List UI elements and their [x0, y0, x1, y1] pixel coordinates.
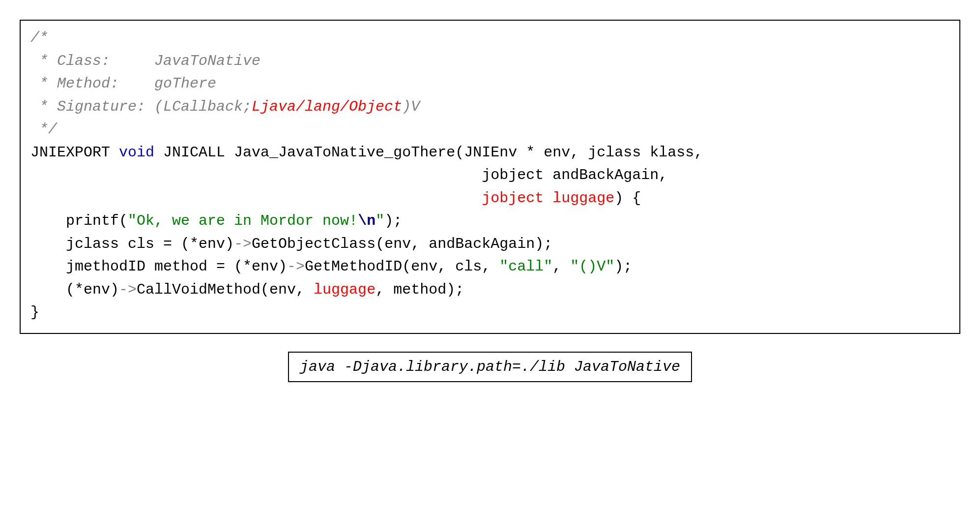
comment-line: * Method: goThere [30, 75, 216, 92]
highlighted-param: jobject luggage [482, 190, 614, 207]
code-text: , [552, 258, 570, 275]
code-text [30, 190, 482, 207]
code-text: ); [384, 212, 402, 229]
code-block: /* * Class: JavaToNative * Method: goThe… [20, 20, 960, 334]
command-text: java -Djava.library.path=./lib JavaToNat… [300, 359, 680, 375]
keyword: void [119, 144, 154, 161]
string-escape: \n [358, 212, 375, 229]
string-literal: "Ok, we are in Mordor now! [128, 212, 358, 229]
string-literal: "()V" [570, 258, 614, 275]
command-box: java -Djava.library.path=./lib JavaToNat… [288, 352, 692, 382]
arrow-operator: -> [287, 258, 305, 275]
code-text: JNICALL Java_JavaToNative_goThere(JNIEnv… [154, 144, 703, 161]
code-text: (*env) [30, 281, 119, 298]
comment-line: */ [30, 121, 57, 138]
comment-line: * Signature: (LCallback; [30, 98, 252, 115]
code-text: printf( [30, 212, 128, 229]
arrow-operator: -> [234, 236, 252, 252]
code-text: jclass cls = (*env) [30, 236, 234, 252]
string-literal: " [375, 212, 384, 229]
code-text: , method); [375, 281, 464, 298]
comment-line: * Class: JavaToNative [30, 53, 260, 69]
code-text: GetMethodID(env, cls, [305, 258, 499, 275]
code-text: ) { [614, 190, 641, 207]
code-text: GetObjectClass(env, andBackAgain); [252, 236, 552, 252]
comment-highlight: Ljava/lang/Object [252, 98, 402, 115]
code-text: jmethodID method = (*env) [30, 258, 287, 275]
code-text: ); [614, 258, 632, 275]
arrow-operator: -> [119, 281, 137, 298]
code-text: jobject andBackAgain, [30, 167, 667, 183]
comment-line: /* [30, 30, 48, 46]
code-text: CallVoidMethod(env, [137, 281, 314, 298]
code-text: } [30, 304, 39, 321]
comment-line: )V [402, 98, 420, 115]
code-text: JNIEXPORT [30, 144, 119, 161]
highlighted-arg: luggage [314, 281, 375, 298]
string-literal: "call" [499, 258, 552, 275]
